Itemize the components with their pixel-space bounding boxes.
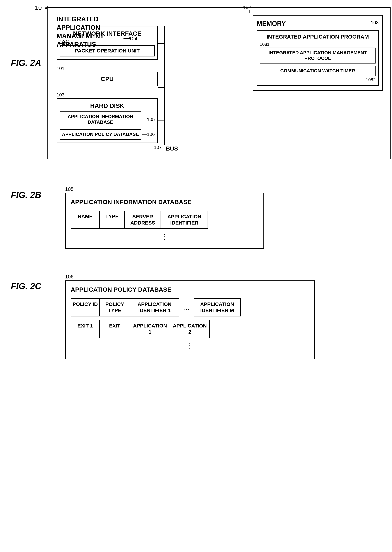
ref-105-side: —105 (141, 117, 155, 122)
app-policy-db-fig2c: APPLICATION POLICY DATABASE POLICY ID PO… (65, 280, 315, 359)
integrated-app-program-title: INTEGRATED APPLICATION PROGRAM (260, 34, 376, 40)
col-name: NAME (71, 211, 100, 229)
ref-106-fig2c: 106 (65, 274, 315, 280)
ref-105-fig2b: 105 (65, 186, 264, 192)
app-info-db-fig2b: APPLICATION INFORMATION DATABASE NAME TY… (65, 193, 264, 248)
fig2b-label: FIG. 2B (11, 177, 54, 200)
ref-101: 101 (56, 66, 158, 71)
memory-box: MEMORY 108 INTEGRATED APPLICATION PROGRA… (252, 15, 383, 91)
ref-10: 10 (35, 4, 42, 11)
ref-1041: 1041 (60, 39, 155, 45)
ref-108: 108 (371, 20, 379, 26)
ref-103: 103 (56, 92, 158, 98)
ref-107: 107 (154, 145, 162, 150)
ref-1082: 1082 (260, 77, 376, 82)
app-policy-db-box: APPLICATION POLICY DATABASE (60, 129, 141, 140)
col-app-id1: APPLICATION IDENTIFIER 1 (130, 298, 179, 316)
bus-line (164, 26, 165, 145)
row2-exit: EXIT (100, 320, 130, 338)
row2-app2: APPLICATION 2 (170, 320, 210, 338)
col-ellipsis-header: … (179, 298, 194, 316)
row2-exit1: EXIT 1 (71, 320, 100, 338)
ref-106-side: —106 (141, 132, 155, 137)
memory-title: MEMORY (257, 20, 286, 28)
col-policy-type: POLICY TYPE (100, 298, 130, 316)
integrated-app-mgmt-protocol-box: INTEGRATED APPLICATION MANAGEMENT PROTOC… (260, 48, 376, 64)
fig2c-label: FIG. 2C (11, 265, 54, 291)
bus-label: BUS (166, 145, 178, 152)
col-app-idm: APPLICATION IDENTIFIER M (194, 298, 241, 316)
harddisk-box: HARD DISK APPLICATION INFORMATION DATABA… (56, 98, 158, 143)
cpu-box: CPU (56, 72, 158, 86)
fig2b-db-title: APPLICATION INFORMATION DATABASE (71, 198, 258, 205)
packet-operation-unit-box: PACKET OPERATION UNIT (60, 45, 155, 57)
network-interface-box: NETWORK INTERFACE 1041 PACKET OPERATION … (56, 26, 158, 60)
col-policy-id: POLICY ID (71, 298, 100, 316)
network-title: NETWORK INTERFACE (60, 28, 155, 39)
comm-watch-timer-box: COMMUNICATION WATCH TIMER (260, 66, 376, 76)
app-info-db-box: APPLICATION INFORMATION DATABASE (60, 112, 141, 127)
col-appid: APPLICATION IDENTIFIER (161, 211, 208, 229)
ref-1081: 1081 (260, 42, 376, 47)
integrated-app-program-box: INTEGRATED APPLICATION PROGRAM 1081 INTE… (257, 30, 379, 86)
row2-app1: APPLICATION 1 (130, 320, 170, 338)
col-server: SERVER ADDRESS (125, 211, 161, 229)
fig2a-label: FIG. 2A (11, 58, 41, 68)
col-type: TYPE (100, 211, 125, 229)
fig2c-dots: ⋮ (71, 341, 309, 350)
ref-102: 102 (243, 5, 251, 10)
harddisk-title: HARD DISK (60, 100, 155, 112)
fig2c-db-title: APPLICATION POLICY DATABASE (71, 286, 309, 293)
fig2b-dots: ⋮ (71, 233, 258, 241)
